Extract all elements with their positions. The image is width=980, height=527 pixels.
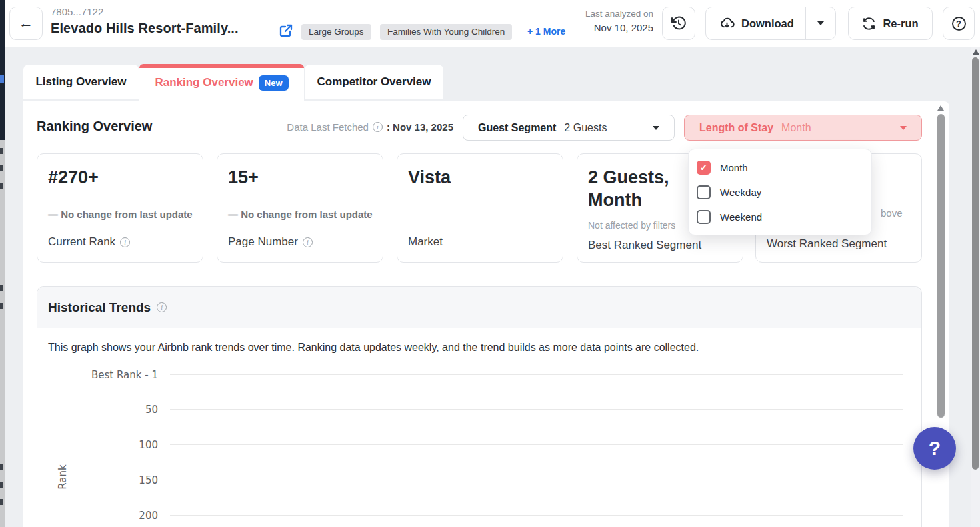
option-weekend[interactable]: Weekend xyxy=(697,209,762,225)
history-button[interactable] xyxy=(662,7,695,40)
historical-trends-card: Historical Trends i This graph shows you… xyxy=(37,286,922,527)
checkbox-unchecked-icon xyxy=(697,210,711,224)
card-value: Vista xyxy=(408,166,515,189)
inner-scrollbar-thumb[interactable] xyxy=(937,114,945,418)
historical-trends-title: Historical Trends xyxy=(48,300,151,315)
guest-segment-label: Guest Segment xyxy=(478,122,556,134)
option-label: Weekend xyxy=(720,211,762,223)
y-tick-best-rank: Best Rank - 1 xyxy=(67,369,158,381)
back-button[interactable]: ← xyxy=(9,7,43,40)
background-fleck xyxy=(0,303,3,309)
tab-label: Ranking Overview xyxy=(155,76,253,89)
card-value: 15+ xyxy=(228,166,335,189)
background-fleck xyxy=(0,148,3,154)
rerun-label: Re-run xyxy=(883,17,918,30)
listing-id: 7805...7122 xyxy=(51,6,103,17)
background-fleck xyxy=(0,75,4,83)
card-label: Worst Ranked Segment xyxy=(767,237,887,251)
floating-help-button[interactable]: ? xyxy=(913,427,956,470)
length-of-stay-value: Month xyxy=(781,122,811,134)
history-icon xyxy=(671,15,687,31)
length-of-stay-select[interactable]: Length of Stay Month xyxy=(684,115,922,141)
refresh-icon xyxy=(862,17,876,31)
outer-scrollbar-up-arrow[interactable] xyxy=(973,49,979,55)
cloud-download-icon xyxy=(719,16,735,31)
tag-large-groups: Large Groups xyxy=(301,24,371,40)
historical-trends-header: Historical Trends i xyxy=(37,287,921,328)
tab-label: Listing Overview xyxy=(35,75,126,89)
y-tick-100: 100 xyxy=(67,439,158,451)
option-label: Weekday xyxy=(720,187,761,198)
app-root: ← 7805...7122 Elevado Hills Resort-Famil… xyxy=(0,0,980,527)
length-of-stay-dropdown: ✓ Month Weekday Weekend xyxy=(688,149,872,235)
guest-segment-value: 2 Guests xyxy=(564,122,607,134)
fetched-label: Data Last Fetched xyxy=(287,121,369,133)
background-fleck xyxy=(0,482,3,488)
card-change: — No change from last update xyxy=(228,209,373,220)
option-weekday[interactable]: Weekday xyxy=(697,184,761,200)
info-icon[interactable]: i xyxy=(373,122,383,132)
background-fleck xyxy=(0,183,3,189)
y-axis-label: Rank xyxy=(57,457,70,497)
question-mark-icon: ? xyxy=(929,437,941,460)
download-split-button: Download xyxy=(705,7,836,40)
question-circle-icon: ? xyxy=(952,17,966,31)
background-fleck xyxy=(0,285,3,291)
card-market: Vista Market xyxy=(397,153,563,263)
tab-ranking-overview[interactable]: Ranking Overview New xyxy=(139,64,304,101)
inner-scrollbar-up-arrow[interactable] xyxy=(937,105,944,111)
download-button[interactable]: Download xyxy=(706,7,805,39)
last-analyzed: Last analyzed on Nov 10, 2025 xyxy=(547,9,653,33)
card-label: Current Rank xyxy=(48,235,115,249)
checkbox-checked-icon: ✓ xyxy=(697,161,711,175)
help-button[interactable]: ? xyxy=(943,7,975,40)
card-label: Page Number xyxy=(228,235,298,249)
card-value: #270+ xyxy=(48,166,155,189)
y-tick-50: 50 xyxy=(67,404,158,416)
card-current-rank: #270+ — No change from last update Curre… xyxy=(37,153,203,263)
outer-scrollbar-thumb[interactable] xyxy=(972,57,979,470)
guest-segment-select[interactable]: Guest Segment 2 Guests xyxy=(463,115,675,141)
tag-families-with-young-children: Families With Young Children xyxy=(380,24,512,40)
tab-label: Competitor Overview xyxy=(317,75,431,89)
card-partial-text: bove xyxy=(881,207,903,219)
chevron-down-icon xyxy=(653,126,659,130)
gridline xyxy=(170,515,903,516)
option-label: Month xyxy=(720,162,748,173)
new-badge: New xyxy=(259,75,289,91)
background-page-edge-light xyxy=(0,140,5,527)
gridline xyxy=(170,444,903,445)
page-title: Elevado Hills Resort-Family... xyxy=(51,21,239,36)
info-icon[interactable]: i xyxy=(303,237,313,247)
active-tab-indicator xyxy=(139,64,304,68)
open-listing-link[interactable] xyxy=(278,23,294,39)
background-fleck xyxy=(0,464,3,470)
rerun-button[interactable]: Re-run xyxy=(848,7,933,40)
last-analyzed-label: Last analyzed on xyxy=(547,9,653,19)
option-month[interactable]: ✓ Month xyxy=(697,159,748,175)
card-page-number: 15+ — No change from last update Page Nu… xyxy=(217,153,383,263)
gridline xyxy=(170,480,903,480)
y-tick-150: 150 xyxy=(67,474,158,486)
card-note: Not affected by filters xyxy=(588,220,675,231)
info-icon[interactable]: i xyxy=(157,302,167,312)
background-fleck xyxy=(0,165,3,171)
y-tick-200: 200 xyxy=(67,510,158,522)
download-menu-button[interactable] xyxy=(805,7,835,39)
card-label: Market xyxy=(408,235,443,249)
download-label: Download xyxy=(741,17,794,30)
background-page-edge-dark xyxy=(0,0,5,140)
tab-listing-overview[interactable]: Listing Overview xyxy=(23,65,139,99)
info-icon[interactable]: i xyxy=(120,237,130,247)
gridline xyxy=(170,409,903,410)
chevron-down-icon xyxy=(817,21,824,25)
checkbox-unchecked-icon xyxy=(697,185,711,199)
fetched-date: : Nov 13, 2025 xyxy=(387,121,453,133)
chart-description: This graph shows your Airbnb rank trends… xyxy=(48,342,699,354)
tab-competitor-overview[interactable]: Competitor Overview xyxy=(304,65,443,99)
gridline xyxy=(170,374,903,375)
data-last-fetched: Data Last Fetched i : Nov 13, 2025 xyxy=(253,121,453,133)
background-fleck xyxy=(0,499,3,505)
card-label: Best Ranked Segment xyxy=(588,239,701,252)
length-of-stay-label: Length of Stay xyxy=(699,122,773,134)
